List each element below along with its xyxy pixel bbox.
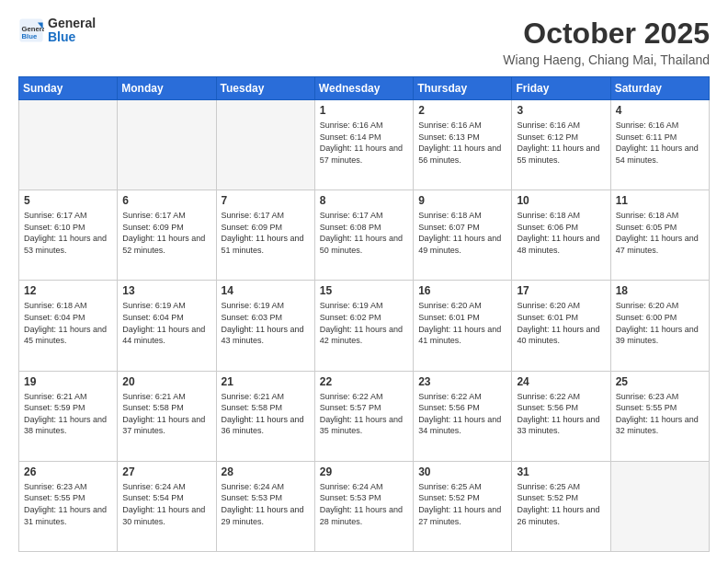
day-number: 8 — [320, 194, 408, 207]
day-info: Sunrise: 6:18 AMSunset: 6:06 PMDaylight:… — [517, 210, 605, 256]
day-number: 19 — [24, 375, 112, 388]
day-info: Sunrise: 6:17 AMSunset: 6:10 PMDaylight:… — [24, 210, 112, 256]
day-number: 7 — [222, 194, 310, 207]
calendar-day-cell: 7Sunrise: 6:17 AMSunset: 6:09 PMDaylight… — [216, 190, 314, 281]
day-number: 18 — [616, 284, 704, 297]
day-number: 20 — [122, 375, 210, 388]
day-number: 22 — [320, 375, 408, 388]
day-number: 12 — [24, 284, 112, 297]
day-info: Sunrise: 6:20 AMSunset: 6:00 PMDaylight:… — [616, 300, 704, 346]
day-info: Sunrise: 6:16 AMSunset: 6:12 PMDaylight:… — [517, 120, 605, 166]
calendar-day-cell: 16Sunrise: 6:20 AMSunset: 6:01 PMDayligh… — [414, 281, 512, 371]
calendar-day-cell: 5Sunrise: 6:17 AMSunset: 6:10 PMDaylight… — [19, 190, 118, 281]
calendar-day-cell: 20Sunrise: 6:21 AMSunset: 5:58 PMDayligh… — [118, 371, 216, 461]
logo-blue-text: Blue — [48, 30, 96, 44]
page: General Blue General Blue October 2025 W… — [0, 0, 728, 563]
day-info: Sunrise: 6:24 AMSunset: 5:53 PMDaylight:… — [320, 481, 408, 527]
calendar-day-cell: 27Sunrise: 6:24 AMSunset: 5:54 PMDayligh… — [118, 461, 216, 551]
day-number: 2 — [418, 104, 506, 117]
calendar-day-cell: 19Sunrise: 6:21 AMSunset: 5:59 PMDayligh… — [19, 371, 118, 461]
day-number: 29 — [320, 465, 408, 478]
calendar-day-cell: 30Sunrise: 6:25 AMSunset: 5:52 PMDayligh… — [414, 461, 512, 551]
col-monday: Monday — [118, 77, 216, 100]
logo: General Blue General Blue — [18, 17, 96, 45]
calendar-day-cell: 9Sunrise: 6:18 AMSunset: 6:07 PMDaylight… — [414, 190, 512, 281]
logo-general-text: General — [48, 17, 96, 30]
day-info: Sunrise: 6:23 AMSunset: 5:55 PMDaylight:… — [616, 391, 704, 437]
calendar-day-cell — [216, 100, 314, 190]
day-info: Sunrise: 6:18 AMSunset: 6:07 PMDaylight:… — [418, 210, 506, 256]
calendar-day-cell — [610, 461, 709, 551]
day-info: Sunrise: 6:20 AMSunset: 6:01 PMDaylight:… — [517, 300, 605, 346]
day-info: Sunrise: 6:16 AMSunset: 6:13 PMDaylight:… — [418, 120, 506, 166]
calendar-header-row: Sunday Monday Tuesday Wednesday Thursday… — [19, 77, 710, 100]
day-info: Sunrise: 6:17 AMSunset: 6:09 PMDaylight:… — [122, 210, 210, 256]
col-friday: Friday — [512, 77, 610, 100]
day-info: Sunrise: 6:16 AMSunset: 6:14 PMDaylight:… — [320, 120, 408, 166]
day-info: Sunrise: 6:19 AMSunset: 6:02 PMDaylight:… — [320, 300, 408, 346]
day-number: 10 — [517, 194, 605, 207]
day-info: Sunrise: 6:17 AMSunset: 6:08 PMDaylight:… — [320, 210, 408, 256]
calendar-day-cell: 11Sunrise: 6:18 AMSunset: 6:05 PMDayligh… — [610, 190, 709, 281]
calendar-day-cell: 29Sunrise: 6:24 AMSunset: 5:53 PMDayligh… — [314, 461, 413, 551]
calendar-day-cell: 6Sunrise: 6:17 AMSunset: 6:09 PMDaylight… — [118, 190, 216, 281]
day-info: Sunrise: 6:19 AMSunset: 6:03 PMDaylight:… — [222, 300, 310, 346]
day-info: Sunrise: 6:24 AMSunset: 5:54 PMDaylight:… — [122, 481, 210, 527]
day-number: 23 — [418, 375, 506, 388]
day-info: Sunrise: 6:20 AMSunset: 6:01 PMDaylight:… — [418, 300, 506, 346]
header: General Blue General Blue October 2025 W… — [18, 17, 710, 67]
calendar-day-cell: 2Sunrise: 6:16 AMSunset: 6:13 PMDaylight… — [414, 100, 512, 190]
calendar-day-cell: 31Sunrise: 6:25 AMSunset: 5:52 PMDayligh… — [512, 461, 610, 551]
calendar-day-cell: 17Sunrise: 6:20 AMSunset: 6:01 PMDayligh… — [512, 281, 610, 371]
day-number: 15 — [320, 284, 408, 297]
calendar-day-cell: 4Sunrise: 6:16 AMSunset: 6:11 PMDaylight… — [610, 100, 709, 190]
calendar-week-row: 1Sunrise: 6:16 AMSunset: 6:14 PMDaylight… — [19, 100, 710, 190]
day-info: Sunrise: 6:16 AMSunset: 6:11 PMDaylight:… — [616, 120, 704, 166]
col-wednesday: Wednesday — [314, 77, 413, 100]
calendar-day-cell — [118, 100, 216, 190]
svg-text:Blue: Blue — [22, 32, 38, 40]
day-number: 24 — [517, 375, 605, 388]
day-info: Sunrise: 6:22 AMSunset: 5:57 PMDaylight:… — [320, 391, 408, 437]
day-number: 1 — [320, 104, 408, 117]
calendar-day-cell: 12Sunrise: 6:18 AMSunset: 6:04 PMDayligh… — [19, 281, 118, 371]
day-number: 13 — [122, 284, 210, 297]
day-info: Sunrise: 6:18 AMSunset: 6:05 PMDaylight:… — [616, 210, 704, 256]
day-info: Sunrise: 6:21 AMSunset: 5:59 PMDaylight:… — [24, 391, 112, 437]
logo-icon: General Blue — [18, 17, 44, 43]
calendar-day-cell: 28Sunrise: 6:24 AMSunset: 5:53 PMDayligh… — [216, 461, 314, 551]
calendar-day-cell: 15Sunrise: 6:19 AMSunset: 6:02 PMDayligh… — [314, 281, 413, 371]
calendar-day-cell — [19, 100, 118, 190]
col-saturday: Saturday — [610, 77, 709, 100]
col-sunday: Sunday — [19, 77, 118, 100]
day-info: Sunrise: 6:25 AMSunset: 5:52 PMDaylight:… — [517, 481, 605, 527]
calendar-day-cell: 22Sunrise: 6:22 AMSunset: 5:57 PMDayligh… — [314, 371, 413, 461]
day-info: Sunrise: 6:22 AMSunset: 5:56 PMDaylight:… — [418, 391, 506, 437]
day-number: 17 — [517, 284, 605, 297]
calendar-day-cell: 13Sunrise: 6:19 AMSunset: 6:04 PMDayligh… — [118, 281, 216, 371]
calendar-week-row: 19Sunrise: 6:21 AMSunset: 5:59 PMDayligh… — [19, 371, 710, 461]
day-number: 11 — [616, 194, 704, 207]
calendar-week-row: 5Sunrise: 6:17 AMSunset: 6:10 PMDaylight… — [19, 190, 710, 281]
day-number: 21 — [222, 375, 310, 388]
month-title: October 2025 — [503, 17, 710, 51]
calendar-day-cell: 23Sunrise: 6:22 AMSunset: 5:56 PMDayligh… — [414, 371, 512, 461]
col-tuesday: Tuesday — [216, 77, 314, 100]
calendar-day-cell: 24Sunrise: 6:22 AMSunset: 5:56 PMDayligh… — [512, 371, 610, 461]
day-info: Sunrise: 6:25 AMSunset: 5:52 PMDaylight:… — [418, 481, 506, 527]
day-number: 6 — [122, 194, 210, 207]
location-subtitle: Wiang Haeng, Chiang Mai, Thailand — [503, 52, 710, 67]
day-number: 30 — [418, 465, 506, 478]
day-info: Sunrise: 6:17 AMSunset: 6:09 PMDaylight:… — [222, 210, 310, 256]
calendar-body: 1Sunrise: 6:16 AMSunset: 6:14 PMDaylight… — [19, 100, 710, 552]
calendar-day-cell: 25Sunrise: 6:23 AMSunset: 5:55 PMDayligh… — [610, 371, 709, 461]
logo-text: General Blue — [48, 17, 96, 45]
day-number: 25 — [616, 375, 704, 388]
calendar-day-cell: 10Sunrise: 6:18 AMSunset: 6:06 PMDayligh… — [512, 190, 610, 281]
day-number: 31 — [517, 465, 605, 478]
day-number: 9 — [418, 194, 506, 207]
day-number: 5 — [24, 194, 112, 207]
day-info: Sunrise: 6:21 AMSunset: 5:58 PMDaylight:… — [222, 391, 310, 437]
calendar-week-row: 12Sunrise: 6:18 AMSunset: 6:04 PMDayligh… — [19, 281, 710, 371]
calendar-table: Sunday Monday Tuesday Wednesday Thursday… — [18, 76, 710, 552]
